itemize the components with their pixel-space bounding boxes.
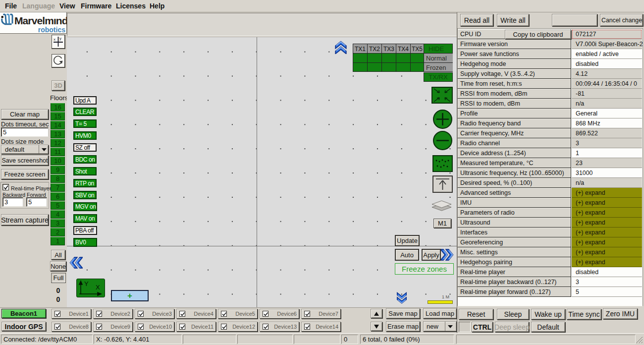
svg-text:Y: Y [84, 280, 89, 288]
svg-text:X: X [96, 284, 100, 291]
svg-text:y: y [59, 36, 61, 41]
svg-text:x: x [54, 37, 55, 42]
